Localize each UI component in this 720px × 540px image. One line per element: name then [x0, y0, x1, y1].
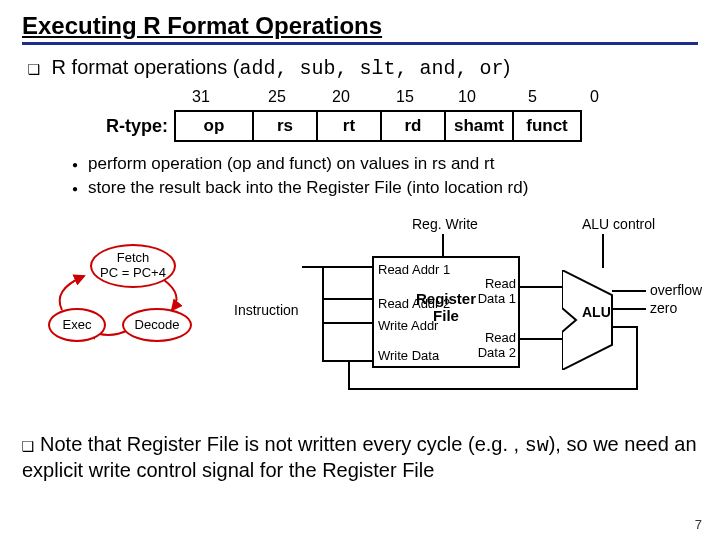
- wire: [636, 326, 638, 390]
- read-addr-1-port: Read Addr 1: [378, 262, 450, 277]
- field-shamt: shamt: [445, 111, 513, 141]
- alu-label: ALU: [582, 304, 611, 320]
- wire: [348, 388, 638, 390]
- rtype-label: R-type:: [106, 116, 168, 137]
- alucontrol-signal-label: ALU control: [582, 216, 655, 232]
- page-number: 7: [695, 517, 702, 532]
- bit-15: 15: [396, 88, 414, 106]
- rd2-l1: Read: [478, 330, 516, 345]
- sub-bullet-2-text: store the result back into the Register …: [88, 176, 528, 200]
- fetch-line1: Fetch: [100, 251, 166, 265]
- field-rt: rt: [317, 111, 381, 141]
- instruction-label: Instruction: [234, 302, 299, 318]
- svg-marker-0: [562, 270, 612, 370]
- fetch-line2: PC = PC+4: [100, 266, 166, 280]
- bullet-text-suffix: ): [504, 56, 511, 78]
- sub-bullet-1: perform operation (op and funct) on valu…: [72, 152, 698, 176]
- bit-5: 5: [528, 88, 537, 106]
- bullet-text-prefix: R format operations (: [52, 56, 240, 78]
- wire: [322, 266, 324, 362]
- note-prefix: Note that Register File is not written e…: [40, 433, 525, 455]
- wire: [348, 360, 372, 362]
- bullet-marker: ❑: [22, 432, 34, 456]
- read-data-1-port: Read Data 1: [478, 276, 516, 306]
- bullet-main: ❑ R format operations (add, sub, slt, an…: [28, 55, 698, 80]
- register-file-block: Read Addr 1 Read Addr 2 Write Addr Write…: [372, 256, 520, 368]
- overflow-output: overflow: [650, 282, 702, 298]
- bit-position-row: 31 25 20 15 10 5 0: [192, 88, 698, 108]
- wire-alucontrol: [602, 234, 604, 268]
- field-op: op: [175, 111, 253, 141]
- decode-node: Decode: [122, 308, 192, 342]
- wire: [322, 322, 372, 324]
- wire-regwrite: [442, 234, 444, 256]
- sub-bullet-list: perform operation (op and funct) on valu…: [72, 152, 698, 200]
- field-rs: rs: [253, 111, 317, 141]
- wire: [520, 338, 562, 340]
- fetch-node: Fetch PC = PC+4: [90, 244, 176, 288]
- bit-0: 0: [590, 88, 599, 106]
- field-layout-row: R-type: op rs rt rd shamt funct: [106, 110, 698, 142]
- write-addr-port: Write Addr: [378, 318, 438, 333]
- sub-bullet-2: store the result back into the Register …: [72, 176, 698, 200]
- exec-node: Exec: [48, 308, 106, 342]
- read-data-2-port: Read Data 2: [478, 330, 516, 360]
- datapath-diagram: Reg. Write ALU control Fetch PC = PC+4 E…: [22, 214, 698, 414]
- field-rd: rd: [381, 111, 445, 141]
- bullet-marker: ❑: [28, 55, 40, 79]
- wire: [612, 308, 646, 310]
- wire: [520, 286, 562, 288]
- alu-shape-icon: [562, 270, 632, 370]
- field-table: op rs rt rd shamt funct: [174, 110, 582, 142]
- note-paragraph: ❑Note that Register File is not written …: [22, 432, 698, 483]
- regwrite-signal-label: Reg. Write: [412, 216, 478, 232]
- wire: [348, 360, 350, 390]
- fetch-decode-exec-cycle: Fetch PC = PC+4 Exec Decode: [52, 254, 202, 354]
- rd1-l1: Read: [478, 276, 516, 291]
- bit-10: 10: [458, 88, 476, 106]
- field-funct: funct: [513, 111, 581, 141]
- bit-31: 31: [192, 88, 210, 106]
- bullet-ops: add, sub, slt, and, or: [239, 57, 503, 80]
- wire: [612, 290, 646, 292]
- wire: [322, 298, 372, 300]
- rd2-l2: Data 2: [478, 345, 516, 360]
- sub-bullet-1-text: perform operation (op and funct) on valu…: [88, 152, 494, 176]
- alu-block: [562, 270, 632, 374]
- zero-output: zero: [650, 300, 677, 316]
- bit-25: 25: [268, 88, 286, 106]
- note-mono: sw: [525, 434, 549, 457]
- wire: [302, 266, 372, 268]
- rd1-l2: Data 1: [478, 291, 516, 306]
- read-addr-2-port: Read Addr 2: [378, 296, 450, 311]
- slide-title: Executing R Format Operations: [22, 12, 698, 45]
- write-data-port: Write Data: [378, 348, 439, 363]
- wire: [612, 326, 638, 328]
- bit-20: 20: [332, 88, 350, 106]
